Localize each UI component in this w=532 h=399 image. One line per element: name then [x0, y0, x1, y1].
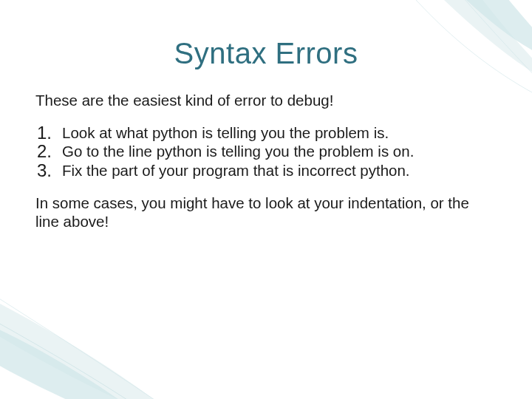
steps-list: Look at what python is telling you the p…: [35, 123, 497, 180]
intro-text: These are the easiest kind of error to d…: [35, 91, 497, 110]
list-item: Fix the part of your program that is inc…: [58, 161, 497, 180]
slide: Syntax Errors These are the easiest kind…: [0, 0, 532, 399]
slide-title: Syntax Errors: [35, 37, 497, 70]
list-item: Go to the line python is telling you the…: [58, 142, 497, 161]
slide-content: Syntax Errors These are the easiest kind…: [0, 0, 532, 231]
outro-text: In some cases, you might have to look at…: [35, 194, 497, 231]
list-item: Look at what python is telling you the p…: [58, 123, 497, 143]
